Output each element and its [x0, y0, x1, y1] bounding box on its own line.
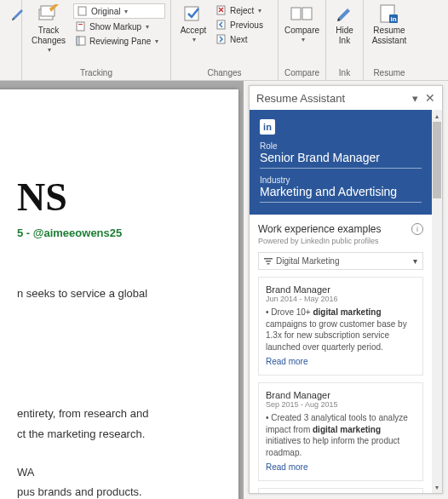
resume-assistant-icon: in [377, 3, 401, 24]
accept-icon [181, 3, 205, 24]
info-icon[interactable]: i [411, 223, 423, 235]
pane-scrollbar[interactable]: ▴ ▾ [432, 110, 442, 493]
svg-rect-4 [78, 24, 83, 25]
card-text: • Created 3 analytical tools to analyze … [266, 412, 416, 458]
industry-value[interactable]: Marketing and Advertising [260, 185, 422, 203]
reviewing-pane-dropdown[interactable]: Reviewing Pane [73, 34, 165, 48]
resume-group-label: Resume [367, 67, 411, 78]
read-more-link[interactable]: Read more [266, 357, 307, 366]
svg-rect-11 [291, 8, 301, 20]
show-markup-dropdown[interactable]: Show Markup [73, 20, 165, 33]
ink-group-label: Ink [330, 67, 359, 78]
card-text: • Drove 10+ digital marketing campaigns … [266, 307, 416, 353]
svg-rect-3 [77, 22, 84, 31]
card-dates: Jun 2014 - May 2016 [266, 295, 416, 303]
examples-title: Work experience examples [258, 223, 382, 235]
accept-button[interactable]: Accept [175, 2, 212, 46]
resume-assistant-button[interactable]: in Resume Assistant [369, 2, 411, 48]
card-dates: Sep 2015 - Aug 2015 [266, 400, 416, 409]
track-changes-icon [37, 3, 60, 24]
compare-button[interactable]: Compare [281, 2, 323, 46]
doc-paragraph-2: entirety, from research and ct the marke… [17, 404, 213, 499]
reject-button[interactable]: Reject [214, 3, 265, 17]
svg-rect-17 [266, 261, 271, 262]
experience-card: Brand ManagerDec 2015 - Jun 2017• Levera… [258, 488, 423, 493]
document-page: NS 5 - @aimeeowens25 n seeks to service … [0, 89, 238, 499]
compare-group-label: Compare [282, 67, 322, 78]
doc-handle-line: 5 - @aimeeowens25 [17, 227, 213, 239]
hide-ink-button[interactable]: Hide Ink [330, 2, 360, 48]
card-title: Brand Manager [266, 284, 416, 295]
hide-ink-icon [333, 3, 357, 24]
reviewing-pane-icon [75, 35, 87, 47]
scroll-down-icon[interactable]: ▾ [432, 481, 442, 493]
chevron-down-icon: ▾ [413, 256, 417, 266]
next-icon [215, 33, 227, 45]
linkedin-icon: in [260, 119, 275, 135]
changes-group-label: Changes [175, 67, 274, 78]
markup-icon [75, 20, 87, 32]
document-canvas[interactable]: NS 5 - @aimeeowens25 n seeks to service … [0, 81, 244, 499]
filter-dropdown[interactable]: Digital Marketing ▾ [258, 252, 423, 270]
svg-text:in: in [390, 15, 396, 23]
svg-rect-10 [217, 35, 225, 43]
role-value[interactable]: Senior Brand Manager [260, 151, 422, 169]
ribbon: Track Changes Original Show Markup [0, 0, 448, 81]
svg-rect-12 [302, 8, 312, 20]
svg-rect-9 [217, 20, 225, 29]
doc-heading: NS [17, 175, 213, 220]
previous-icon [215, 19, 227, 31]
scroll-up-icon[interactable]: ▴ [432, 110, 442, 122]
doc-icon [77, 5, 89, 17]
display-for-review-dropdown[interactable]: Original [73, 3, 165, 19]
linkedin-role-card: in Role Senior Brand Manager Industry Ma… [250, 110, 432, 215]
previous-change-button[interactable]: Previous [214, 18, 265, 32]
next-change-button[interactable]: Next [214, 32, 265, 46]
card-title: Brand Manager [266, 390, 416, 400]
reject-icon [215, 4, 227, 16]
track-changes-button[interactable]: Track Changes [26, 2, 72, 56]
industry-label: Industry [260, 175, 422, 185]
role-label: Role [260, 141, 422, 151]
pane-menu-icon[interactable]: ▾ [412, 92, 418, 105]
tracking-group-label: Tracking [26, 67, 167, 78]
doc-paragraph-1: n seeks to service a global [17, 286, 213, 301]
resume-assistant-pane: Resume Assistant ▾ ✕ in Role Senior Bran… [249, 85, 443, 494]
examples-subtitle: Powered by LinkedIn public profiles [250, 237, 432, 252]
pane-header: Resume Assistant ▾ ✕ [250, 86, 442, 110]
pane-title: Resume Assistant [256, 92, 345, 105]
pane-close-icon[interactable]: ✕ [425, 91, 435, 105]
compare-icon [290, 3, 314, 24]
experience-card: Brand ManagerSep 2015 - Aug 2015• Create… [258, 382, 423, 481]
filter-icon [264, 257, 273, 266]
svg-rect-6 [77, 37, 79, 45]
svg-rect-16 [264, 258, 273, 260]
svg-rect-2 [78, 7, 86, 15]
scrollbar-thumb[interactable] [433, 122, 441, 198]
read-more-link[interactable]: Read more [266, 462, 307, 472]
svg-rect-18 [267, 263, 270, 265]
experience-card: Brand ManagerJun 2014 - May 2016• Drove … [258, 277, 423, 376]
